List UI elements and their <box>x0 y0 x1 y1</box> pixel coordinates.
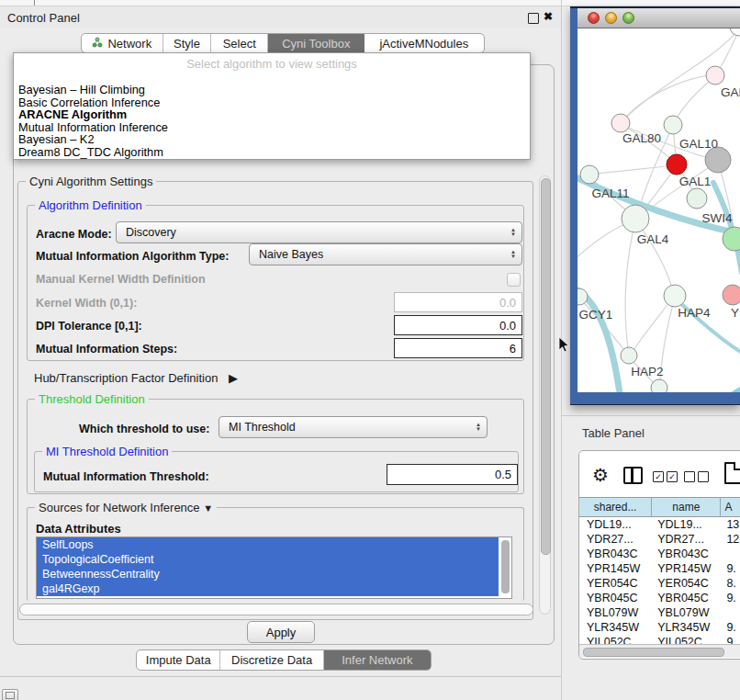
table-panel-title: Table Panel <box>582 426 645 440</box>
algorithm-item-mutual-information-inference[interactable]: Mutual Information Inference <box>14 121 530 134</box>
which-threshold-dropdown[interactable]: MI Threshold ▲▼ <box>219 416 488 438</box>
table-row[interactable]: YER054CYER054C8. <box>579 576 740 591</box>
network-node-y[interactable] <box>723 285 740 305</box>
attribute-item-gal4rgexp[interactable]: gal4RGexp <box>37 581 499 596</box>
float-panel-icon[interactable] <box>528 13 539 24</box>
network-tab-icon <box>92 37 103 51</box>
aracne-mode-dropdown[interactable]: Discovery ▲▼ <box>116 221 522 243</box>
tab-network[interactable]: Network <box>82 34 163 52</box>
settings-scrollbar-thumb[interactable] <box>541 178 551 555</box>
table-scrollbar-thumb[interactable] <box>583 648 724 657</box>
bottom-tab-impute-data[interactable]: Impute Data <box>137 650 220 670</box>
columns-icon[interactable] <box>623 467 643 484</box>
table-cell: YPR145W <box>579 561 652 576</box>
table-row[interactable]: YBL079WYBL079W <box>579 605 740 620</box>
attribute-item-topologicalcoefficient[interactable]: TopologicalCoefficient <box>37 552 499 567</box>
table-cell: 9. <box>721 620 740 635</box>
table-cell: 9. <box>721 591 740 605</box>
dropdown-spinner-icon: ▲▼ <box>476 423 481 432</box>
bottom-tab-discretize-data[interactable]: Discretize Data <box>220 650 323 670</box>
mi-type-value: Naive Bayes <box>259 248 323 261</box>
table-row[interactable]: YBR043CYBR043C <box>579 547 740 561</box>
algorithm-item-basic-correlation-inference[interactable]: Basic Correlation Inference <box>14 96 530 109</box>
network-node-gal[interactable] <box>706 66 724 85</box>
apply-button[interactable]: Apply <box>247 621 315 643</box>
network-node-label: SWI4 <box>701 211 732 225</box>
network-node-hap2[interactable] <box>621 347 637 364</box>
checked-checkbox-icon[interactable]: ✓ <box>667 471 678 482</box>
window-minimize-traffic-icon[interactable] <box>605 12 617 24</box>
top-strip <box>0 0 740 6</box>
network-canvas[interactable]: GALGAL80GAL10GAL1GAL11SWI4GAL4GCY1HAP4YH… <box>577 28 740 392</box>
table-cell: YER054C <box>579 576 652 591</box>
algorithm-popup: Select algorithm to view settings Bayesi… <box>13 52 531 160</box>
table-cell: YDL19... <box>579 517 652 532</box>
tab-cyni-toolbox[interactable]: Cyni Toolbox <box>268 34 364 52</box>
algorithm-item-aracne-algorithm[interactable]: ARACNE Algorithm <box>14 108 530 121</box>
network-node-gal1[interactable] <box>667 154 687 175</box>
table-row[interactable]: YBR045CYBR045C9. <box>579 591 740 605</box>
table-cell: YBR045C <box>579 591 652 605</box>
table-horizontal-scrollbar[interactable] <box>579 644 740 658</box>
gear-icon[interactable]: ⚙ <box>592 464 609 486</box>
threshold-definition-legend: Threshold Definition <box>35 392 149 406</box>
mini-panel-button[interactable] <box>2 689 18 700</box>
algorithm-item-dream8-dc-tdc-algorithm[interactable]: Dream8 DC_TDC Algorithm <box>14 146 530 159</box>
table-row[interactable]: YPR145WYPR145W9. <box>579 561 740 576</box>
network-node-gcy1[interactable] <box>577 288 588 305</box>
mi-threshold-definition-legend: MI Threshold Definition <box>42 445 172 458</box>
network-node-gal80[interactable] <box>611 114 630 132</box>
column-header-clipped[interactable]: A <box>721 497 740 517</box>
network-node[interactable] <box>705 147 731 173</box>
network-node[interactable] <box>651 379 667 392</box>
table-row[interactable]: YDL19...YDL19...13 <box>579 517 740 532</box>
column-header-shared-name[interactable]: shared... <box>579 497 652 517</box>
mi-type-dropdown[interactable]: Naive Bayes ▲▼ <box>249 243 522 265</box>
network-node-hap4[interactable] <box>664 285 686 307</box>
network-node[interactable] <box>730 28 740 36</box>
dropdown-spinner-icon: ▲▼ <box>510 228 516 237</box>
settings-horizontal-scrollbar[interactable] <box>19 604 533 615</box>
window-zoom-traffic-icon[interactable] <box>622 12 634 24</box>
expand-right-icon: ▶ <box>229 371 238 385</box>
unchecked-checkbox-icon[interactable] <box>684 471 695 482</box>
tab-select[interactable]: Select <box>211 34 268 52</box>
tab-label: jActiveMNodules <box>379 37 468 51</box>
checked-checkbox-icon[interactable]: ✓ <box>653 471 664 482</box>
attribute-item-selfloops[interactable]: SelfLoops <box>37 537 499 552</box>
attributes-scrollbar-thumb[interactable] <box>501 540 510 593</box>
data-attributes-list[interactable]: SelfLoopsTopologicalCoefficientBetweenne… <box>36 536 512 599</box>
network-node-label: GCY1 <box>579 308 613 322</box>
tab-label: Style <box>174 37 200 51</box>
column-header-name[interactable]: name <box>652 497 721 517</box>
tab-jactivemnodules[interactable]: jActiveMNodules <box>364 34 484 52</box>
window-close-traffic-icon[interactable] <box>588 12 600 24</box>
network-node-gal10[interactable] <box>664 116 682 134</box>
kernel-width-input[interactable]: 0.0 <box>394 292 522 312</box>
algorithm-item-bayesian-hill-climbing[interactable]: Bayesian – Hill Climbing <box>14 84 530 96</box>
attribute-item-betweennesscentrality[interactable]: BetweennessCentrality <box>37 567 499 581</box>
bottom-tab-infer-network[interactable]: Infer Network <box>324 650 431 670</box>
mi-steps-input[interactable]: 6 <box>394 338 522 358</box>
tab-style[interactable]: Style <box>163 34 212 52</box>
network-node-gal11[interactable] <box>580 165 599 184</box>
table-row[interactable]: YDR27...YDR27...12 <box>579 532 740 547</box>
close-icon[interactable]: ✖ <box>544 10 553 23</box>
network-window-titlebar[interactable] <box>577 8 740 28</box>
network-node-gal4[interactable] <box>622 205 649 232</box>
algorithm-item-bayesian-k2[interactable]: Bayesian – K2 <box>14 133 530 146</box>
dpi-tolerance-input[interactable]: 0.0 <box>394 315 522 335</box>
network-node-label: GAL11 <box>591 186 629 200</box>
sources-legend[interactable]: Sources for Network Inference ▼ <box>35 501 217 514</box>
manual-kernel-checkbox[interactable] <box>507 273 521 287</box>
mi-threshold-input[interactable]: 0.5 <box>387 464 518 485</box>
table-row[interactable]: YLR345WYLR345W9. <box>579 620 740 635</box>
import-table-icon[interactable] <box>724 462 740 484</box>
unchecked-checkbox-icon[interactable] <box>698 471 709 482</box>
bottom-tabbar: Impute DataDiscretize DataInfer Network <box>136 649 432 671</box>
hub-definition-toggle[interactable]: Hub/Transcription Factor Definition ▶ <box>34 371 238 385</box>
tab-label: Discretize Data <box>231 653 312 667</box>
network-node-swi4[interactable] <box>687 188 707 209</box>
table-cell <box>721 547 740 561</box>
settings-vertical-scrollbar[interactable] <box>539 175 551 615</box>
